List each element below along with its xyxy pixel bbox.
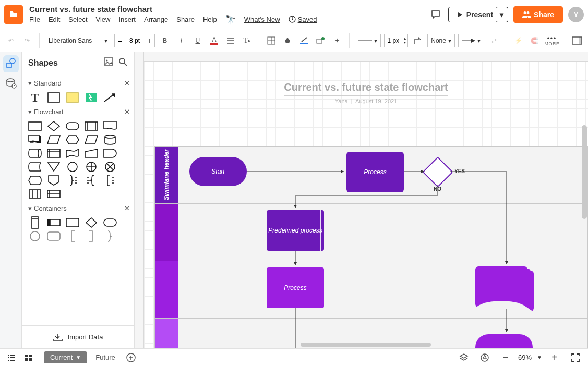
layers-icon[interactable] — [457, 350, 471, 365]
arrow-end-select[interactable]: ▾ — [458, 34, 484, 47]
node-bottom[interactable] — [475, 334, 533, 348]
shape-action[interactable] — [85, 92, 98, 103]
share-button[interactable]: Share — [513, 6, 563, 23]
tab-current[interactable]: Current ▼ — [44, 351, 87, 363]
shape-roundrect-container[interactable] — [47, 231, 61, 241]
shape-decision[interactable] — [47, 121, 61, 131]
close-icon[interactable]: ✕ — [124, 204, 130, 212]
font-size-decrease[interactable]: – — [115, 34, 125, 47]
saved-indicator[interactable]: Saved — [289, 16, 317, 23]
zoom-dropdown[interactable]: ▼ — [537, 355, 542, 360]
shape-sumjunction[interactable] — [103, 162, 117, 172]
magnet-icon[interactable]: 🧲 — [528, 33, 542, 48]
node-process-2[interactable]: Process — [267, 267, 324, 308]
canvas-vertical-scrollbar-track[interactable] — [582, 115, 587, 338]
shape-bracket-right[interactable] — [85, 231, 98, 241]
zoom-level[interactable]: 69% — [518, 353, 532, 361]
line-route-button[interactable] — [411, 33, 425, 48]
line-color-button[interactable] — [297, 33, 311, 48]
shape-merge[interactable] — [47, 162, 61, 172]
diagram-title-block[interactable]: Current vs. future state flowchart Yana … — [284, 81, 448, 104]
app-logo[interactable] — [4, 5, 23, 24]
menu-insert[interactable]: Insert — [118, 16, 136, 23]
shape-library-panel[interactable]: ▾ Standard ✕ T ▾ Flowchart ✕ — [22, 74, 134, 325]
ruler-horizontal[interactable] — [144, 52, 588, 62]
shape-multidoc[interactable] — [28, 135, 42, 145]
shape-diamond-container[interactable] — [85, 217, 98, 228]
shape-swimlane-v[interactable] — [28, 217, 42, 228]
shape-display[interactable] — [28, 175, 42, 186]
category-standard-header[interactable]: ▾ Standard ✕ — [28, 77, 130, 89]
align-button[interactable] — [224, 33, 237, 48]
shape-bracket-left[interactable] — [66, 231, 79, 241]
shape-internalstorage[interactable] — [47, 148, 61, 158]
node-decision[interactable] — [422, 156, 453, 187]
fill-color-button[interactable] — [281, 33, 295, 48]
swimlane-pool[interactable]: Swimlane header Start Process YES NO — [154, 146, 588, 348]
line-width-input[interactable] — [385, 37, 402, 44]
shape-manualinput[interactable] — [85, 148, 98, 158]
menu-view[interactable]: View — [96, 16, 111, 23]
shapes-rail-button[interactable] — [3, 55, 19, 72]
shape-predefined[interactable] — [85, 121, 98, 131]
target-icon[interactable] — [477, 350, 492, 365]
search-icon[interactable] — [118, 57, 128, 69]
menu-file[interactable]: File — [29, 16, 40, 23]
shape-arrow[interactable] — [103, 92, 117, 103]
node-process-1[interactable]: Process — [346, 152, 404, 192]
shape-brace-right[interactable] — [66, 175, 79, 186]
shape-papertape[interactable] — [66, 148, 79, 158]
shape-text[interactable]: T — [28, 92, 42, 103]
swimlane-1[interactable]: Predefined process — [155, 204, 587, 261]
shape-swimlane-h[interactable] — [47, 189, 61, 199]
shape-note-right[interactable] — [103, 175, 117, 186]
close-icon[interactable]: ✕ — [124, 108, 130, 116]
menu-edit[interactable]: Edit — [49, 16, 60, 23]
panel-toggle-button[interactable] — [570, 33, 584, 48]
close-icon[interactable]: ✕ — [124, 79, 130, 87]
category-flowchart-header[interactable]: ▾ Flowchart ✕ — [28, 106, 130, 118]
binoculars-icon[interactable]: 🔭 — [225, 15, 236, 25]
shape-parallelogram[interactable] — [85, 135, 98, 145]
more-toolbar-button[interactable]: ••• MORE — [544, 35, 559, 46]
shape-process[interactable] — [28, 121, 42, 131]
shape-terminator[interactable] — [66, 121, 79, 131]
shape-document[interactable] — [103, 121, 117, 131]
shape-pill-container[interactable] — [103, 217, 117, 228]
tab-future[interactable]: Future — [89, 351, 122, 363]
list-view-icon[interactable] — [4, 350, 19, 365]
present-button[interactable]: Present — [448, 7, 501, 22]
zoom-in-button[interactable]: + — [547, 350, 562, 365]
shape-circle-container[interactable] — [28, 231, 42, 241]
present-dropdown[interactable]: ▾ — [496, 7, 508, 22]
font-family-select[interactable]: Liberation Sans▾ — [45, 34, 111, 47]
node-document-1[interactable] — [475, 266, 527, 307]
font-size-increase[interactable]: + — [144, 34, 154, 47]
shape-brace-left[interactable] — [85, 175, 98, 186]
text-color-button[interactable]: A — [208, 33, 221, 48]
undo-button[interactable]: ↶ — [4, 33, 18, 48]
shape-or[interactable] — [85, 162, 98, 172]
shape-style-button[interactable] — [314, 33, 328, 48]
redo-button[interactable]: ↷ — [21, 33, 34, 48]
swap-arrows-button[interactable]: ⇄ — [487, 33, 501, 48]
canvas-horizontal-scrollbar[interactable] — [301, 343, 431, 347]
line-width-stepper[interactable]: ▴▾ — [384, 34, 408, 47]
arrow-start-select[interactable]: None▾ — [427, 34, 455, 47]
add-page-button[interactable] — [124, 350, 138, 365]
canvas-vertical-scrollbar-thumb[interactable] — [582, 125, 587, 219]
shape-connector[interactable] — [66, 162, 79, 172]
node-start[interactable]: Start — [189, 157, 247, 186]
user-avatar[interactable]: Y — [568, 7, 584, 22]
shape-database[interactable] — [103, 135, 117, 145]
menu-help[interactable]: Help — [203, 16, 217, 23]
import-data-button[interactable]: Import Data — [22, 325, 134, 348]
category-containers-header[interactable]: ▾ Containers ✕ — [28, 202, 130, 214]
menu-arrange[interactable]: Arrange — [144, 16, 168, 23]
magic-button[interactable]: ✦ — [330, 33, 344, 48]
shape-data[interactable] — [47, 135, 61, 145]
shape-storeddata[interactable] — [28, 162, 42, 172]
image-icon[interactable] — [104, 57, 113, 69]
whats-new-link[interactable]: What's New — [244, 16, 280, 23]
chevron-down-icon[interactable]: ▼ — [76, 355, 81, 360]
